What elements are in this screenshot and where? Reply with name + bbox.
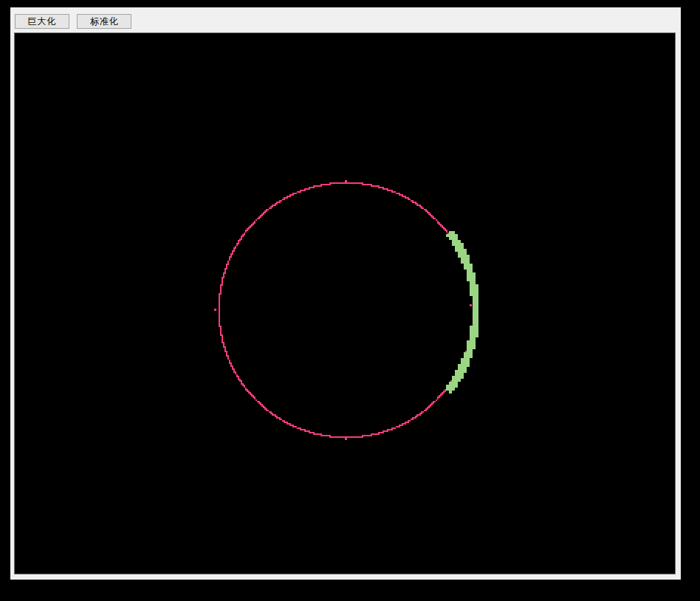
app-window: 巨大化 标准化 [10, 7, 681, 580]
arc-segment [446, 231, 478, 394]
circle-outline [219, 182, 474, 438]
cardinal-tick [345, 180, 347, 182]
enlarge-button[interactable]: 巨大化 [15, 14, 69, 29]
cardinal-tick [214, 309, 216, 311]
normalize-button[interactable]: 标准化 [77, 14, 131, 29]
cardinal-tick [470, 304, 472, 306]
cardinal-tick [345, 438, 347, 440]
toolbar: 巨大化 标准化 [10, 7, 681, 32]
drawing-canvas[interactable] [14, 32, 676, 574]
canvas-svg [15, 33, 675, 574]
